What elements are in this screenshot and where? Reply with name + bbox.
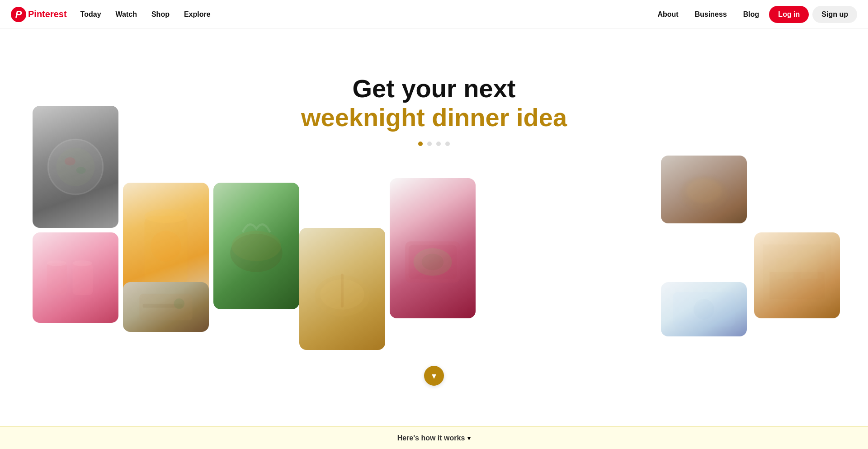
svg-point-3 — [76, 167, 86, 174]
svg-rect-29 — [673, 292, 735, 326]
nav-item-business[interactable]: Business — [689, 7, 733, 22]
nav-item-watch[interactable]: Watch — [109, 7, 143, 22]
dot-1[interactable] — [418, 142, 423, 146]
hero-title-line2: weeknight dinner idea — [301, 103, 567, 132]
svg-point-9 — [315, 275, 370, 317]
nav-links: Today Watch Shop Explore — [74, 7, 651, 22]
nav-item-shop[interactable]: Shop — [145, 7, 176, 22]
hero-title-line1: Get your next — [301, 74, 567, 103]
image-pink-drinks — [33, 232, 118, 323]
nav-item-explore[interactable]: Explore — [178, 7, 217, 22]
svg-point-28 — [174, 298, 184, 309]
svg-point-10 — [320, 279, 364, 310]
image-avocado-toast — [390, 178, 476, 318]
login-button[interactable]: Log in — [769, 6, 809, 23]
svg-point-2 — [65, 157, 75, 165]
svg-rect-4 — [145, 216, 188, 285]
image-cutting-board — [123, 282, 209, 332]
image-food-bowl-blurred — [661, 156, 747, 223]
svg-rect-22 — [763, 245, 831, 307]
svg-point-6 — [151, 231, 181, 261]
svg-point-0 — [48, 139, 103, 194]
svg-point-19 — [422, 254, 444, 270]
svg-point-18 — [413, 248, 452, 276]
svg-rect-24 — [776, 258, 793, 279]
image-restaurant — [754, 232, 840, 318]
svg-rect-25 — [801, 258, 818, 279]
svg-point-20 — [680, 176, 728, 210]
logo-group[interactable]: P Pinterest — [11, 7, 67, 22]
svg-point-7 — [230, 234, 283, 272]
svg-rect-17 — [409, 245, 457, 279]
image-orange-drink — [123, 183, 209, 318]
svg-point-5 — [145, 209, 188, 223]
logo-text[interactable]: Pinterest — [28, 9, 67, 19]
carousel-dots — [418, 142, 450, 146]
image-cooking-bowl — [213, 183, 299, 309]
svg-point-1 — [56, 147, 94, 186]
svg-rect-23 — [769, 272, 825, 299]
hero-text: Get your next weeknight dinner idea — [301, 29, 567, 132]
nav-item-today[interactable]: Today — [74, 7, 108, 22]
signup-button[interactable]: Sign up — [812, 6, 857, 23]
nav-item-blog[interactable]: Blog — [737, 7, 766, 22]
chevron-down-icon: ▾ — [432, 370, 436, 381]
svg-point-30 — [693, 299, 714, 320]
svg-point-8 — [231, 231, 281, 261]
dot-3[interactable] — [436, 142, 441, 146]
nav-item-about[interactable]: About — [651, 7, 684, 22]
pinterest-logo-icon[interactable]: P — [11, 7, 26, 22]
image-hummus-bowl — [299, 228, 385, 350]
nav-right: About Business Blog Log in Sign up — [651, 6, 857, 23]
image-salad-plate — [33, 106, 118, 228]
svg-rect-13 — [73, 263, 93, 295]
svg-point-14 — [47, 260, 66, 266]
scroll-down-button[interactable]: ▾ — [424, 366, 444, 386]
hero-section: Get your next weeknight dinner idea ▾ — [0, 29, 868, 426]
dot-2[interactable] — [427, 142, 432, 146]
svg-rect-16 — [405, 241, 460, 283]
svg-rect-12 — [47, 263, 67, 295]
svg-point-15 — [73, 260, 92, 266]
svg-rect-26 — [139, 294, 192, 321]
image-blue-placeholder — [661, 282, 747, 336]
navbar: P Pinterest Today Watch Shop Explore Abo… — [0, 0, 868, 29]
dot-4[interactable] — [445, 142, 450, 146]
svg-rect-27 — [143, 304, 183, 308]
svg-point-21 — [686, 179, 722, 203]
